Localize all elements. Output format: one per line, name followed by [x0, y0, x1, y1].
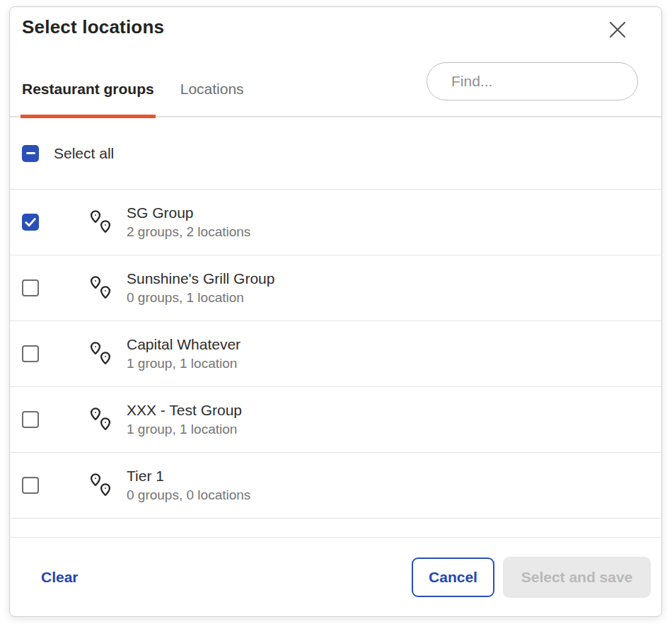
dialog-footer: Clear Cancel Select and save: [10, 537, 661, 616]
group-row[interactable]: Tier 1 0 groups, 0 locations: [10, 453, 661, 519]
row-checkbox[interactable]: [22, 214, 39, 231]
search-input[interactable]: [451, 73, 643, 90]
row-subtitle: 2 groups, 2 locations: [127, 225, 250, 239]
group-list: SG Group 2 groups, 2 locations Sunshine'…: [10, 190, 661, 519]
dialog-header: Select locations: [10, 7, 661, 38]
row-subtitle: 1 group, 1 location: [127, 422, 242, 437]
row-text: XXX - Test Group 1 group, 1 location: [127, 403, 242, 437]
row-title: Tier 1: [127, 468, 250, 484]
row-text: SG Group 2 groups, 2 locations: [127, 205, 250, 239]
select-all-row: Select all: [10, 117, 661, 190]
map-pins-icon: [87, 274, 118, 302]
row-checkbox[interactable]: [22, 411, 39, 428]
map-pins-icon: [87, 340, 118, 368]
tab-restaurant-groups[interactable]: Restaurant groups: [22, 81, 154, 116]
tab-restaurant-groups-label: Restaurant groups: [22, 81, 154, 97]
search-field[interactable]: [427, 62, 638, 100]
row-text: Tier 1 0 groups, 0 locations: [127, 468, 250, 502]
row-checkbox[interactable]: [22, 279, 39, 296]
map-pins-icon: [87, 471, 118, 499]
list-spacer: [10, 519, 661, 537]
group-row[interactable]: Sunshine's Grill Group 0 groups, 1 locat…: [10, 255, 661, 321]
tab-locations-label: Locations: [180, 81, 244, 97]
select-locations-dialog: Select locations Restaurant groups Locat…: [9, 6, 662, 617]
clear-button[interactable]: Clear: [41, 569, 79, 586]
group-row[interactable]: XXX - Test Group 1 group, 1 location: [10, 387, 661, 453]
group-row[interactable]: Capital Whatever 1 group, 1 location: [10, 321, 661, 387]
select-and-save-button[interactable]: Select and save: [503, 557, 651, 598]
dialog-title: Select locations: [22, 16, 649, 38]
row-title: Sunshine's Grill Group: [127, 271, 274, 287]
row-subtitle: 1 group, 1 location: [127, 357, 241, 371]
select-all-checkbox[interactable]: [22, 145, 39, 162]
cancel-button[interactable]: Cancel: [412, 557, 494, 597]
row-checkbox[interactable]: [22, 345, 39, 362]
row-title: Capital Whatever: [127, 337, 241, 352]
close-button[interactable]: [606, 18, 629, 41]
indeterminate-dash-icon: [26, 152, 35, 155]
tab-locations[interactable]: Locations: [180, 81, 244, 116]
row-subtitle: 0 groups, 1 location: [127, 291, 274, 305]
row-title: XXX - Test Group: [127, 403, 242, 418]
map-pins-icon: [87, 405, 118, 434]
row-text: Capital Whatever 1 group, 1 location: [127, 337, 241, 371]
checkmark-icon: [25, 218, 36, 227]
select-all-label: Select all: [54, 145, 114, 162]
row-title: SG Group: [127, 205, 250, 221]
row-checkbox[interactable]: [22, 477, 39, 494]
map-pins-icon: [87, 208, 118, 236]
row-subtitle: 0 groups, 0 locations: [127, 488, 250, 502]
close-icon: [608, 21, 627, 39]
row-text: Sunshine's Grill Group 0 groups, 1 locat…: [127, 271, 274, 305]
group-row[interactable]: SG Group 2 groups, 2 locations: [10, 190, 661, 255]
